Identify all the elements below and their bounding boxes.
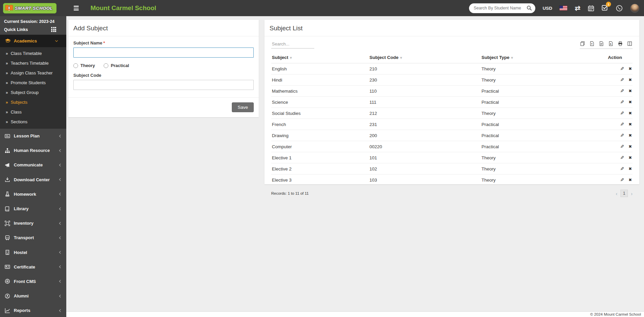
sidebar-item-hostel[interactable]: Hostel [0,245,66,260]
sidebar-item-certificate[interactable]: Certificate [0,260,66,274]
excel-icon[interactable]: x [589,41,595,46]
edit-icon[interactable] [620,166,624,171]
sidebar-item-academics[interactable]: Academics [0,35,66,47]
calendar-icon[interactable] [588,5,594,11]
sidebar-item-communicate[interactable]: Communicate [0,158,66,172]
student-search-box[interactable] [469,3,535,13]
sidebar-item-subjects[interactable]: »Subjects [0,97,66,107]
current-session-label: Current Session: 2023-24 [0,16,66,25]
sidebar-item-class-timetable[interactable]: »Class Timetable [0,49,66,58]
delete-icon[interactable] [629,122,632,127]
prev-page-icon[interactable]: ‹ [616,191,617,196]
col-header-action: Action [607,52,633,63]
table-search-input[interactable] [271,40,314,49]
sidebar-item-promote-students[interactable]: »Promote Students [0,78,66,88]
delete-icon[interactable] [629,144,632,149]
sidebar-item-transport[interactable]: Transport [0,230,66,245]
logo-area[interactable]: SMART SCHOOL [0,0,66,16]
main-content: Add Subject Subject Name* Theory Practic… [66,16,644,311]
delete-icon[interactable] [629,177,632,183]
delete-icon[interactable] [629,88,632,94]
us-flag-icon[interactable] [560,6,567,10]
academics-submenu: »Class Timetable »Teachers Timetable »As… [0,47,66,129]
sidebar-item-class[interactable]: »Class [0,107,66,117]
col-header-subject-code[interactable]: Subject Code [369,52,481,63]
edit-icon[interactable] [620,99,624,105]
delete-icon[interactable] [629,66,632,71]
col-header-subject[interactable]: Subject [271,52,369,63]
search-icon[interactable] [527,5,532,11]
sidebar-item-alumni[interactable]: Alumni [0,289,66,303]
delete-icon[interactable] [629,77,632,83]
double-arrow-icon: » [6,110,8,115]
pdf-icon[interactable]: A [608,41,613,46]
download-icon [5,177,10,182]
col-header-subject-type[interactable]: Subject Type [481,52,607,63]
next-page-icon[interactable]: › [631,191,633,196]
menu-item-label: Human Resource [14,148,56,153]
sidebar-item-homework[interactable]: Homework [0,187,66,201]
delete-icon[interactable] [629,166,632,171]
sidebar-item-inventory[interactable]: Inventory [0,216,66,230]
hamburger-icon[interactable] [70,2,82,14]
sidebar-item-teachers-timetable[interactable]: »Teachers Timetable [0,58,66,68]
tasks-icon[interactable]: 1 [602,4,608,12]
edit-icon[interactable] [620,77,624,83]
sidebar-item-lesson-plan[interactable]: Lesson Plan [0,129,66,143]
delete-icon[interactable] [629,133,632,138]
sidebar-item-label: Academics [14,38,52,43]
subject-name-label: Subject Name* [73,40,254,45]
csv-icon[interactable] [599,41,604,46]
sidebar-item-front-cms[interactable]: Front CMS [0,274,66,289]
svg-text:A: A [610,43,612,45]
whatsapp-icon[interactable] [616,5,623,12]
columns-icon[interactable] [627,41,632,46]
edit-icon[interactable] [620,88,624,94]
sidebar-item-assign-class-teacher[interactable]: »Assign Class Teacher [0,68,66,78]
sidebar-item-library[interactable]: Library [0,201,66,216]
sub-item-label: Assign Class Teacher [11,70,53,75]
student-search-input[interactable] [474,6,527,10]
edit-icon[interactable] [620,66,624,71]
edit-icon[interactable] [620,133,624,138]
footer-copyright: © 2024 Mount Carmel School [66,311,644,317]
table-row: Social Studies212Theory [271,108,633,119]
sidebar-item-subject-group[interactable]: »Subject Group [0,88,66,97]
logo-text: SMART SCHOOL [15,6,53,11]
page-number-button[interactable]: 1 [620,190,628,197]
radio-circle-icon [104,63,108,68]
double-arrow-icon: » [6,81,8,85]
edit-icon[interactable] [620,144,624,149]
graduation-cap-icon [5,38,11,43]
currency-selector[interactable]: USD [543,6,552,11]
sidebar-item-download-center[interactable]: Download Center [0,172,66,187]
delete-icon[interactable] [629,99,632,105]
menu-item-label: Library [14,206,56,211]
sidebar-item-sections[interactable]: »Sections [0,117,66,127]
edit-icon[interactable] [620,177,624,183]
edit-icon[interactable] [620,122,624,127]
quick-links[interactable]: Quick Links [0,25,66,35]
menu-item-label: Alumni [14,293,56,298]
edit-icon[interactable] [620,110,624,116]
book-logo-icon [5,4,13,12]
exchange-icon[interactable]: ⇄ [575,5,580,11]
print-icon[interactable] [618,41,623,46]
school-name-title: Mount Carmel School [91,4,156,12]
sidebar-item-reports[interactable]: Reports [0,303,66,317]
practical-radio[interactable]: Practical [104,63,129,68]
delete-icon[interactable] [629,110,632,116]
delete-icon[interactable] [629,155,632,160]
sidebar-item-human-resource[interactable]: Human Resource [0,143,66,158]
menu-item-label: Download Center [14,177,56,182]
theory-radio[interactable]: Theory [73,63,95,68]
copy-icon[interactable] [580,41,585,46]
subject-name-input[interactable] [73,47,254,58]
user-avatar[interactable] [630,4,639,13]
add-subject-card: Add Subject Subject Name* Theory Practic… [68,20,259,117]
edit-icon[interactable] [620,155,624,160]
save-button[interactable]: Save [232,102,254,112]
subject-code-input[interactable] [73,80,254,90]
double-arrow-icon: » [6,120,8,124]
app-window: SMART SCHOOL Mount Carmel School USD ⇄ [0,0,644,317]
